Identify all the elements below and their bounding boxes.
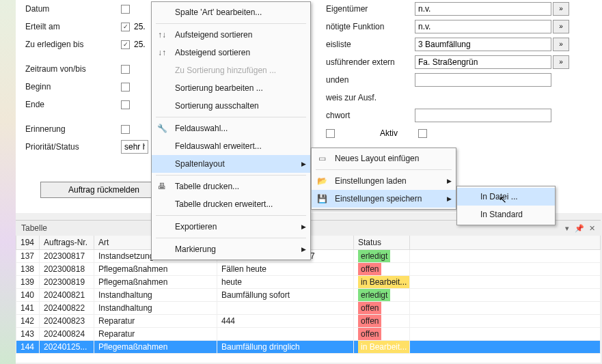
context-menu-column[interactable]: Spalte 'Art' bearbeiten...↑↓Aufsteigend … bbox=[151, 1, 311, 260]
table-row[interactable]: 141202400822Instandhaltungoffen bbox=[16, 302, 601, 315]
chk-erteilt[interactable]: ✓ bbox=[121, 23, 130, 31]
btn-extern[interactable]: » bbox=[553, 55, 569, 69]
chk-beginn[interactable] bbox=[121, 83, 130, 92]
panel-tools: ▾ 📌 ✕ bbox=[562, 223, 595, 233]
chk-ende[interactable] bbox=[121, 100, 130, 109]
inp-stichwort[interactable] bbox=[415, 109, 551, 122]
btn-preisliste[interactable]: » bbox=[553, 38, 569, 51]
val-erteilt: 25. bbox=[134, 22, 146, 31]
lbl-prioritaet: Priorität/Status bbox=[25, 142, 121, 152]
dropdown-icon[interactable]: ▾ bbox=[565, 224, 569, 232]
menu-item[interactable]: In Standard bbox=[457, 206, 555, 223]
lbl-ende: Ende bbox=[25, 100, 121, 109]
inp-funktion[interactable] bbox=[415, 20, 551, 33]
menu-item[interactable]: 🔧Feldauswahl... bbox=[152, 120, 310, 137]
inp-eigentuemer[interactable] bbox=[415, 2, 551, 16]
menu-item[interactable]: 📂Einstellungen laden▶ bbox=[312, 172, 456, 190]
menu-item[interactable]: Exportieren▶ bbox=[152, 218, 310, 236]
feedback-button[interactable]: Auftrag rückmelden bbox=[40, 182, 167, 198]
val-erledigen: 25. bbox=[134, 40, 146, 49]
menu-item[interactable]: Tabelle drucken erweitert... bbox=[152, 195, 310, 213]
table-row[interactable]: 138202300818PflegemaßnahmenFällen heuteo… bbox=[16, 263, 601, 276]
chk-aktiv2[interactable] bbox=[418, 129, 427, 138]
sel-prioritaet[interactable] bbox=[121, 140, 148, 154]
lbl-stichwort: chwort bbox=[326, 111, 415, 120]
chk-zeitraum[interactable] bbox=[121, 65, 130, 74]
table-row[interactable]: 142202400823Reparatur444offen bbox=[16, 315, 601, 328]
table-row[interactable]: 143202400824Reparaturoffen bbox=[16, 328, 601, 341]
chk-datum[interactable] bbox=[121, 5, 130, 14]
menu-item[interactable]: Sortierung ausschalten bbox=[152, 97, 310, 115]
lbl-erledigen: Zu erledigen bis bbox=[25, 40, 121, 49]
menu-item[interactable]: Sortierung bearbeiten ... bbox=[152, 79, 310, 97]
chk-erinnerung[interactable] bbox=[121, 125, 130, 134]
chk-aktiv1[interactable] bbox=[326, 129, 335, 138]
lbl-erinnerung: Erinnerung bbox=[25, 124, 121, 134]
menu-item[interactable]: Spalte 'Art' bearbeiten... bbox=[152, 3, 310, 21]
pin-icon[interactable]: 📌 bbox=[575, 224, 584, 232]
lbl-eigentuemer: Eigentümer bbox=[326, 4, 415, 14]
btn-funktion[interactable]: » bbox=[553, 20, 569, 33]
col-idx[interactable]: 194 bbox=[16, 236, 40, 250]
col-auftrag[interactable]: Auftrags-Nr. bbox=[40, 236, 94, 250]
menu-item[interactable]: ↓↑Absteigend sortieren bbox=[152, 44, 310, 61]
inp-extern[interactable] bbox=[415, 55, 551, 69]
menu-item[interactable]: Feldauswahl erweitert... bbox=[152, 137, 310, 155]
lbl-stunden: unden bbox=[326, 75, 415, 85]
col-status[interactable]: Status bbox=[354, 236, 410, 250]
menu-item[interactable]: In Datei ... bbox=[457, 188, 555, 206]
lbl-extern: usführender extern bbox=[326, 57, 415, 67]
lbl-datum: Datum bbox=[25, 4, 121, 14]
chk-erledigen[interactable]: ✓ bbox=[121, 40, 130, 49]
menu-item[interactable]: 🖶Tabelle drucken... bbox=[152, 178, 310, 195]
submenu-spaltenlayout[interactable]: ▭Neues Layout einfügen📂Einstellungen lad… bbox=[311, 148, 456, 210]
table-row[interactable]: 139202300819Pflegemaßnahmenheutein Bearb… bbox=[16, 276, 601, 289]
submenu-speichern[interactable]: In Datei ...In Standard bbox=[456, 186, 556, 225]
lbl-preisliste: eisliste bbox=[326, 40, 415, 49]
menu-item[interactable]: Markierung▶ bbox=[152, 240, 310, 258]
menu-item[interactable]: ▭Neues Layout einfügen bbox=[312, 150, 456, 167]
lbl-aktiv: Aktiv bbox=[380, 128, 398, 138]
lbl-zeitraum: Zeitraum von/bis bbox=[25, 64, 121, 74]
lbl-ausf: weis zur Ausf. bbox=[326, 93, 415, 102]
btn-eigentuemer[interactable]: » bbox=[553, 2, 569, 16]
table-title: Tabelle bbox=[21, 223, 47, 233]
table-row[interactable]: 14420240125...PflegemaßnahmenBaumfällung… bbox=[16, 341, 601, 354]
table-row[interactable]: 140202400821InstandhaltungBaumfällung so… bbox=[16, 289, 601, 302]
menu-item[interactable]: 💾Einstellungen speichern▶ bbox=[312, 190, 456, 208]
menu-item[interactable]: Spaltenlayout▶ bbox=[152, 155, 310, 173]
lbl-erteilt: Erteilt am bbox=[25, 22, 121, 31]
map-strip bbox=[0, 0, 16, 364]
menu-item[interactable]: ↑↓Aufsteigend sortieren bbox=[152, 26, 310, 44]
lbl-beginn: Beginn bbox=[25, 82, 121, 92]
lbl-funktion: nötigte Funktion bbox=[326, 22, 415, 31]
menu-item: Zu Sortierung hinzufügen ... bbox=[152, 61, 310, 79]
inp-stunden[interactable] bbox=[415, 73, 551, 87]
inp-preisliste[interactable] bbox=[415, 38, 551, 51]
close-icon[interactable]: ✕ bbox=[589, 224, 595, 232]
